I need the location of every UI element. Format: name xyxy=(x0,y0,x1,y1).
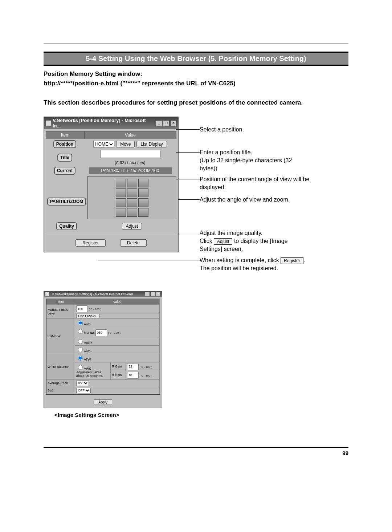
adjust-button[interactable]: Adjust xyxy=(122,223,142,230)
rgain-input[interactable] xyxy=(127,363,139,370)
ptz-key[interactable] xyxy=(127,188,137,197)
callout-3: Position of the current angle of view wi… xyxy=(200,175,312,191)
minimize-button[interactable]: _ xyxy=(156,120,162,126)
callout-4: Adjust the angle of view and zoom. xyxy=(200,196,312,204)
current-label: Current xyxy=(54,167,75,175)
intro-line1: Position Memory Setting window: xyxy=(44,70,142,77)
wb-awc-radio[interactable] xyxy=(78,365,83,370)
blc-select[interactable]: OFF xyxy=(76,388,91,393)
w2-col-value: Value xyxy=(75,299,160,305)
iris-autominus-radio[interactable] xyxy=(78,348,83,352)
minimize-button[interactable]: _ xyxy=(145,292,150,296)
intro-line3: This section describes procedures for se… xyxy=(44,99,303,106)
ptz-key[interactable] xyxy=(116,198,126,207)
iris-label: IrisMode xyxy=(46,319,75,354)
ptz-key[interactable] xyxy=(138,188,148,197)
bgain-input[interactable] xyxy=(127,372,139,379)
titlebar2: V.Networks[Image Settings] - Microsoft I… xyxy=(44,291,162,297)
position-label: Position xyxy=(53,140,76,148)
close-button[interactable]: × xyxy=(170,120,177,126)
iris-manual-input[interactable] xyxy=(95,329,107,336)
callout-2: Enter a position title. (Up to 32 single… xyxy=(200,149,309,172)
ie-icon xyxy=(45,292,49,296)
ptz-keypad xyxy=(87,176,176,219)
inline-adjust-button: Adjust xyxy=(214,238,232,245)
intro-text: Position Memory Setting window: http://*… xyxy=(44,69,348,107)
callout-1: Select a position. xyxy=(200,126,309,134)
ptz-key[interactable] xyxy=(116,179,126,187)
ptz-key[interactable] xyxy=(138,208,148,217)
window2-title: V.Networks[Image Settings] - Microsoft I… xyxy=(52,292,144,296)
maximize-button[interactable]: □ xyxy=(163,120,170,126)
position-memory-window: V.Networks [Position Memory] - Microsoft… xyxy=(44,117,179,252)
blc-label: BLC xyxy=(46,387,75,394)
col-item: Item xyxy=(46,131,85,139)
ptz-key[interactable] xyxy=(116,208,126,217)
current-value: PAN 180/ TILT 45/ ZOOM 100 xyxy=(89,167,172,174)
ie-icon xyxy=(45,120,51,126)
list-display-button[interactable]: List Display xyxy=(136,141,167,147)
wb-label: White Balance xyxy=(46,354,75,379)
quality-label: Quality xyxy=(56,222,77,230)
mfl-label: Manual Focus Level xyxy=(46,305,75,319)
titlebar: V.Networks [Position Memory] - Microsoft… xyxy=(44,117,178,129)
delete-button[interactable]: Delete xyxy=(120,239,147,247)
onepush-af-button[interactable]: One Push AF xyxy=(76,314,99,318)
ptz-key[interactable] xyxy=(138,179,148,187)
intro-line2: http://*****/position-e.html ("*****" re… xyxy=(44,80,236,87)
rgain-label: R Gain xyxy=(111,362,126,371)
wb-atw-radio[interactable] xyxy=(78,356,83,361)
iris-auto-radio[interactable] xyxy=(78,321,83,325)
ptz-key[interactable] xyxy=(138,198,148,207)
avgpeak-label: Average:Peak xyxy=(46,379,75,387)
ptz-key[interactable] xyxy=(127,198,137,207)
char-note: (0-32 characters) xyxy=(115,161,146,165)
callout-5: Adjust the image quality. Click Adjust t… xyxy=(200,229,309,253)
iris-manual-radio[interactable] xyxy=(78,329,83,334)
register-button[interactable]: Register xyxy=(75,239,106,247)
mfl-input[interactable] xyxy=(76,305,88,312)
section-header: 5-4 Setting Using the Web Browser (5. Po… xyxy=(44,52,348,66)
w2-col-item: Item xyxy=(46,299,75,305)
ptz-key[interactable] xyxy=(127,179,137,187)
page-number: 99 xyxy=(342,450,348,456)
window-title: V.Networks [Position Memory] - Microsoft… xyxy=(53,118,155,129)
image-settings-window: V.Networks[Image Settings] - Microsoft I… xyxy=(44,291,162,408)
move-button[interactable]: Move xyxy=(116,141,135,147)
ptz-key[interactable] xyxy=(116,188,126,197)
title-label: Title xyxy=(57,154,72,162)
image-caption: <Image Settings Screen> xyxy=(54,412,348,418)
bgain-label: B Gain xyxy=(111,371,126,379)
title-input[interactable] xyxy=(100,150,160,158)
apply-button[interactable]: Apply xyxy=(94,399,112,405)
maximize-button[interactable]: □ xyxy=(150,292,155,296)
close-button[interactable]: × xyxy=(156,292,161,296)
callout-6: When setting is complete, click Register… xyxy=(200,256,316,272)
ptz-key[interactable] xyxy=(127,208,137,217)
iris-autoplus-radio[interactable] xyxy=(78,339,83,344)
ptz-label: PAN/TILT/ZOOM xyxy=(47,198,86,206)
position-select[interactable]: HOME xyxy=(93,141,114,147)
col-value: Value xyxy=(85,131,176,139)
avgpeak-select[interactable]: 8:2 xyxy=(76,381,89,386)
inline-register-button: Register xyxy=(281,257,303,264)
